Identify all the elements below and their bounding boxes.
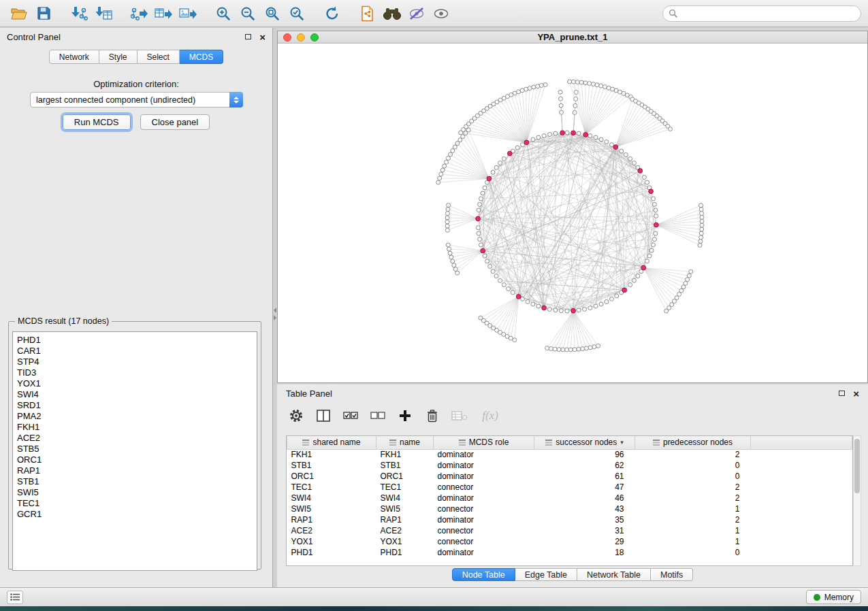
save-session-button[interactable] bbox=[31, 3, 56, 24]
node-table: shared name name MCDS role successor nod… bbox=[286, 435, 853, 566]
mcds-result-item[interactable]: ACE2 bbox=[17, 433, 253, 444]
cell-name: SWI4 bbox=[376, 493, 434, 503]
tab-network-table[interactable]: Network Table bbox=[577, 568, 651, 581]
import-table-button[interactable] bbox=[91, 3, 116, 24]
export-network-icon bbox=[130, 6, 148, 21]
table-row[interactable]: PHD1PHD1dominator180 bbox=[287, 547, 852, 558]
tab-node-table[interactable]: Node Table bbox=[452, 568, 515, 581]
table-row[interactable]: TEC1TEC1connector472 bbox=[287, 482, 852, 493]
status-bar: Memory bbox=[0, 587, 868, 606]
cell-name: YOX1 bbox=[376, 536, 434, 547]
close-panel-button[interactable]: Close panel bbox=[140, 114, 210, 130]
mcds-result-item[interactable]: CAR1 bbox=[17, 346, 253, 357]
col-header-filler bbox=[751, 436, 852, 449]
export-image-button[interactable] bbox=[176, 3, 200, 24]
cell-predecessor-nodes: 2 bbox=[635, 482, 751, 493]
delete-column-button[interactable] bbox=[422, 406, 443, 426]
col-header-name[interactable]: name bbox=[376, 436, 434, 449]
cell-name: SWI5 bbox=[376, 503, 434, 514]
cell-mcds-role: dominator bbox=[434, 449, 534, 460]
cell-predecessor-nodes: 0 bbox=[635, 471, 751, 482]
mcds-result-item[interactable]: STP4 bbox=[17, 357, 253, 367]
app-window: Control Panel × Network Style Select MCD… bbox=[0, 0, 868, 606]
table-row[interactable]: SWI5SWI5connector431 bbox=[287, 503, 852, 514]
cell-shared-name: FKH1 bbox=[287, 449, 376, 460]
table-row[interactable]: FKH1FKH1dominator962 bbox=[287, 449, 852, 460]
mcds-result-item[interactable]: YOX1 bbox=[17, 378, 253, 389]
table-row[interactable]: YOX1YOX1connector291 bbox=[287, 536, 852, 547]
open-file-button[interactable] bbox=[7, 3, 31, 24]
mcds-result-item[interactable]: SWI5 bbox=[17, 487, 253, 498]
show-all-button[interactable] bbox=[429, 3, 453, 24]
table-scrollbar[interactable] bbox=[853, 435, 861, 566]
mcds-result-item[interactable]: STB1 bbox=[17, 476, 253, 487]
mcds-result-list[interactable]: PHD1CAR1STP4TID3YOX1SWI4SRD1PMA2FKH1ACE2… bbox=[12, 331, 257, 571]
table-row[interactable]: ORC1ORC1dominator610 bbox=[287, 471, 852, 482]
deselect-all-columns-button[interactable] bbox=[368, 406, 388, 426]
search-box[interactable] bbox=[662, 5, 861, 22]
select-all-columns-button[interactable] bbox=[340, 406, 361, 426]
mcds-result-item[interactable]: STB5 bbox=[17, 444, 253, 455]
tab-motifs[interactable]: Motifs bbox=[651, 568, 693, 581]
mcds-result-item[interactable]: FKH1 bbox=[17, 422, 253, 433]
mcds-result-item[interactable]: TID3 bbox=[17, 367, 253, 378]
float-panel-icon[interactable] bbox=[245, 34, 251, 39]
column-grid-icon bbox=[545, 440, 552, 446]
mcds-result-item[interactable]: ORC1 bbox=[17, 455, 253, 465]
criterion-select[interactable]: largest connected component (undirected) bbox=[30, 92, 243, 108]
mcds-result-item[interactable]: SRD1 bbox=[17, 400, 253, 411]
col-header-shared-name[interactable]: shared name bbox=[287, 436, 376, 449]
table-row[interactable]: ACE2ACE2connector311 bbox=[287, 525, 852, 536]
tab-select[interactable]: Select bbox=[138, 50, 180, 64]
create-column-button[interactable] bbox=[395, 406, 415, 426]
cell-successor-nodes: 62 bbox=[534, 460, 635, 471]
scrollbar-thumb[interactable] bbox=[854, 439, 860, 493]
function-builder-button[interactable]: f(x) bbox=[477, 406, 504, 426]
export-network-button[interactable] bbox=[127, 3, 151, 24]
task-history-button[interactable] bbox=[7, 591, 23, 604]
float-table-panel-icon[interactable] bbox=[839, 391, 845, 396]
zoom-in-button[interactable] bbox=[211, 3, 236, 24]
run-mcds-button[interactable]: Run MCDS bbox=[63, 114, 131, 130]
zoom-fit-button[interactable] bbox=[260, 3, 285, 24]
search-input[interactable] bbox=[681, 9, 855, 18]
table-settings-button[interactable] bbox=[286, 406, 306, 426]
mcds-result-item[interactable]: PMA2 bbox=[17, 411, 253, 422]
network-canvas[interactable] bbox=[278, 44, 867, 382]
memory-button[interactable]: Memory bbox=[806, 590, 861, 604]
delete-table-button[interactable] bbox=[449, 406, 470, 426]
mcds-result-item[interactable]: RAP1 bbox=[17, 465, 253, 476]
col-header-predecessor-nodes[interactable]: predecessor nodes bbox=[635, 436, 751, 449]
hide-selected-button[interactable] bbox=[404, 3, 429, 24]
tab-style[interactable]: Style bbox=[99, 50, 138, 64]
tab-mcds[interactable]: MCDS bbox=[180, 50, 223, 64]
mcds-result-item[interactable]: TEC1 bbox=[17, 498, 253, 509]
export-table-button[interactable] bbox=[151, 3, 176, 24]
close-table-panel-icon[interactable]: × bbox=[853, 389, 859, 399]
apply-layout-button[interactable] bbox=[320, 3, 344, 24]
import-network-button[interactable] bbox=[67, 3, 91, 24]
mcds-result-item[interactable]: SWI4 bbox=[17, 389, 253, 400]
table-panel-title: Table Panel bbox=[286, 389, 332, 399]
close-panel-icon[interactable]: × bbox=[259, 32, 266, 42]
zoom-selected-button[interactable] bbox=[285, 3, 309, 24]
cell-shared-name: SWI4 bbox=[287, 493, 376, 503]
copy-style-button[interactable] bbox=[355, 3, 380, 24]
table-row[interactable]: RAP1RAP1dominator352 bbox=[287, 514, 852, 525]
dropdown-arrows-icon bbox=[229, 92, 243, 108]
col-header-mcds-role[interactable]: MCDS role bbox=[434, 436, 534, 449]
find-button[interactable] bbox=[380, 3, 404, 24]
mcds-result-item[interactable]: GCR1 bbox=[17, 509, 253, 520]
column-grid-icon bbox=[302, 440, 309, 446]
table-row[interactable]: SWI4SWI4dominator462 bbox=[287, 493, 852, 503]
mcds-result-item[interactable]: PHD1 bbox=[17, 335, 253, 346]
zoom-out-button[interactable] bbox=[236, 3, 260, 24]
cell-successor-nodes: 47 bbox=[534, 482, 635, 493]
tab-network[interactable]: Network bbox=[49, 50, 99, 64]
zoom-out-icon bbox=[240, 5, 256, 22]
cell-name: STB1 bbox=[376, 460, 434, 471]
tab-edge-table[interactable]: Edge Table bbox=[515, 568, 577, 581]
col-header-successor-nodes[interactable]: successor nodes ▾ bbox=[534, 436, 635, 449]
table-row[interactable]: STB1STB1dominator620 bbox=[287, 460, 852, 471]
show-columns-button[interactable] bbox=[313, 406, 334, 426]
